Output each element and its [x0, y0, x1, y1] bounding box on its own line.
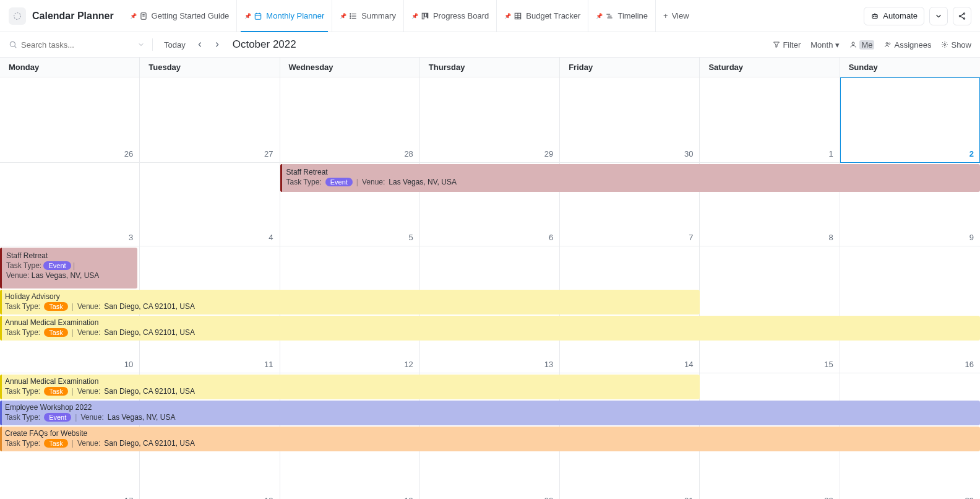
- svg-rect-15: [424, 13, 426, 17]
- tab-label: Budget Tracker: [526, 11, 580, 20]
- svg-rect-14: [422, 13, 424, 19]
- chevron-down-icon: [137, 41, 145, 48]
- tab-label: Getting Started Guide: [152, 11, 230, 20]
- day-cell[interactable]: 26: [0, 77, 140, 163]
- pin-icon: 📌: [411, 13, 418, 19]
- calendar-icon: [254, 12, 262, 20]
- next-month-button[interactable]: [210, 39, 224, 50]
- svg-point-11: [350, 13, 351, 14]
- search-input[interactable]: [21, 40, 108, 50]
- share-icon: [958, 12, 966, 20]
- person-icon: [849, 41, 857, 48]
- event-staff-retreat[interactable]: Staff Retreat Task Type: Event | Venue: …: [280, 164, 980, 192]
- svg-point-0: [14, 12, 21, 19]
- event-faqs[interactable]: Create FAQs for Website Task Type: Task …: [0, 427, 980, 451]
- pin-icon: 📌: [504, 13, 511, 19]
- page-title: Calendar Planner: [32, 11, 114, 22]
- list-icon: [349, 12, 358, 20]
- day-header: Tuesday: [140, 58, 280, 77]
- day-cell[interactable]: 27: [140, 77, 280, 163]
- task-type-badge: Event: [325, 178, 353, 186]
- day-cell[interactable]: 3: [0, 163, 140, 246]
- task-type-badge: Event: [44, 413, 71, 422]
- app-logo[interactable]: [9, 7, 26, 25]
- pin-icon: 📌: [130, 13, 137, 19]
- day-cell-today[interactable]: 2: [840, 77, 980, 163]
- add-view-button[interactable]: + View: [656, 0, 697, 32]
- task-type-badge: Task: [44, 328, 68, 337]
- month-dropdown[interactable]: Month ▾: [810, 40, 840, 50]
- svg-point-29: [959, 15, 960, 16]
- automate-label: Automate: [883, 11, 918, 20]
- svg-rect-16: [427, 13, 428, 18]
- me-filter[interactable]: Me: [849, 40, 874, 50]
- month-label: October 2022: [233, 38, 296, 51]
- day-cell[interactable]: 15: [700, 246, 840, 373]
- svg-rect-4: [256, 13, 261, 19]
- event-employee-workshop[interactable]: Employee Workshop 2022 Task Type: Event …: [0, 401, 980, 425]
- gear-icon: [941, 41, 948, 48]
- day-cell[interactable]: 28: [280, 77, 420, 163]
- day-header-row: Monday Tuesday Wednesday Thursday Friday…: [0, 57, 980, 77]
- svg-point-33: [10, 41, 15, 46]
- pin-icon: 📌: [244, 13, 251, 19]
- svg-point-30: [963, 17, 965, 19]
- search-icon: [9, 40, 17, 49]
- svg-point-25: [874, 16, 874, 17]
- caret-down-icon: ▾: [835, 40, 840, 50]
- today-button[interactable]: Today: [160, 40, 189, 50]
- svg-line-31: [961, 14, 964, 15]
- pin-icon: 📌: [340, 13, 346, 19]
- filter-icon: [773, 41, 780, 48]
- event-staff-retreat-2[interactable]: Staff Retreat Task Type: Event | Venue: …: [0, 248, 137, 289]
- tab-budget-tracker[interactable]: 📌 Budget Tracker: [497, 0, 588, 32]
- event-annual-medical-2[interactable]: Annual Medical Examination Task Type: Ta…: [0, 375, 700, 399]
- chevron-right-icon: [213, 40, 221, 49]
- tab-timeline[interactable]: 📌 Timeline: [588, 0, 656, 32]
- table-icon: [514, 12, 522, 20]
- tab-progress-board[interactable]: 📌 Progress Board: [404, 0, 497, 32]
- automate-dropdown[interactable]: [929, 7, 948, 25]
- day-cell[interactable]: 4: [140, 163, 280, 246]
- tab-monthly-planner[interactable]: 📌 Monthly Planner: [237, 0, 332, 32]
- event-annual-medical[interactable]: Annual Medical Examination Task Type: Ta…: [0, 316, 980, 341]
- event-holiday-advisory[interactable]: Holiday Advisory Task Type: Task | Venue…: [0, 290, 700, 315]
- tab-getting-started[interactable]: 📌 Getting Started Guide: [123, 0, 238, 32]
- day-cell[interactable]: 30: [560, 77, 700, 163]
- tab-summary[interactable]: 📌 Summary: [332, 0, 404, 32]
- day-cell[interactable]: 1: [700, 77, 840, 163]
- share-button[interactable]: [953, 7, 971, 25]
- assignees-filter[interactable]: Assignees: [884, 40, 931, 50]
- show-options[interactable]: Show: [941, 40, 971, 50]
- prev-month-button[interactable]: [193, 39, 207, 50]
- people-icon: [884, 41, 892, 48]
- tab-label: Timeline: [617, 11, 648, 20]
- task-type-badge: Task: [44, 302, 68, 311]
- svg-point-39: [944, 44, 946, 46]
- task-type-badge: Task: [44, 439, 68, 448]
- task-type-badge: Event: [43, 261, 71, 270]
- svg-point-26: [876, 16, 877, 17]
- day-header: Saturday: [700, 58, 840, 77]
- svg-point-36: [852, 42, 854, 45]
- day-header: Sunday: [840, 58, 980, 77]
- svg-point-12: [350, 15, 351, 16]
- automate-button[interactable]: Automate: [864, 7, 924, 25]
- tab-label: Summary: [361, 11, 396, 20]
- svg-point-13: [350, 17, 351, 18]
- board-icon: [421, 12, 429, 20]
- chevron-down-icon: [934, 12, 943, 20]
- tab-label: Monthly Planner: [266, 11, 324, 20]
- robot-icon: [870, 12, 879, 20]
- pin-icon: 📌: [596, 13, 603, 19]
- day-header: Monday: [0, 58, 140, 77]
- svg-line-32: [961, 16, 964, 18]
- search-dropdown[interactable]: [137, 41, 145, 48]
- svg-point-38: [889, 43, 891, 45]
- svg-marker-35: [774, 42, 780, 48]
- day-header: Thursday: [420, 58, 560, 77]
- day-cell[interactable]: 29: [420, 77, 560, 163]
- svg-point-37: [886, 43, 888, 45]
- day-cell[interactable]: 16: [840, 246, 980, 373]
- filter-button[interactable]: Filter: [773, 40, 801, 50]
